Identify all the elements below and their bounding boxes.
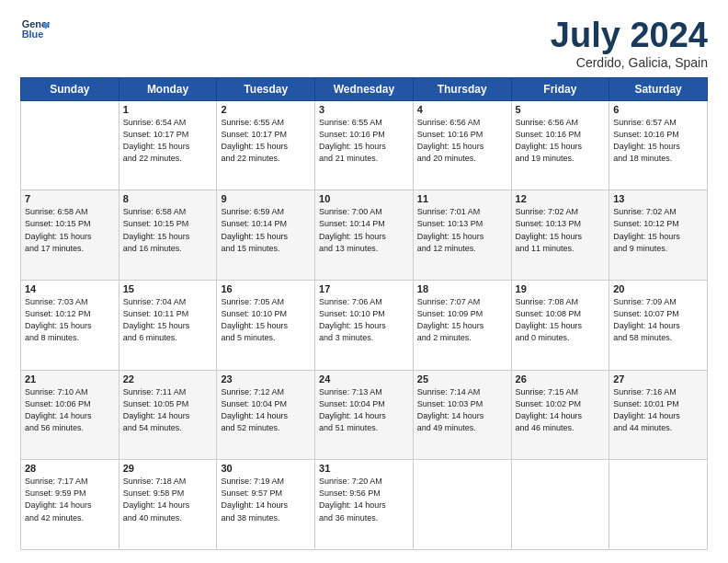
calendar-cell: 21Sunrise: 7:10 AM Sunset: 10:06 PM Dayl… xyxy=(21,370,119,460)
day-info: Sunrise: 7:02 AM Sunset: 10:12 PM Daylig… xyxy=(613,206,703,254)
day-number: 27 xyxy=(613,373,703,385)
calendar-cell: 3Sunrise: 6:55 AM Sunset: 10:16 PM Dayli… xyxy=(315,100,414,190)
calendar-cell: 24Sunrise: 7:13 AM Sunset: 10:04 PM Dayl… xyxy=(315,370,414,460)
day-info: Sunrise: 6:55 AM Sunset: 10:16 PM Daylig… xyxy=(319,117,409,165)
svg-text:Blue: Blue xyxy=(22,29,44,40)
day-number: 16 xyxy=(221,283,311,294)
day-header-tuesday: Tuesday xyxy=(217,77,315,100)
day-number: 6 xyxy=(613,104,703,115)
day-number: 17 xyxy=(319,283,409,294)
day-number: 10 xyxy=(319,193,409,204)
day-info: Sunrise: 7:09 AM Sunset: 10:07 PM Daylig… xyxy=(613,296,703,344)
calendar-cell: 30Sunrise: 7:19 AM Sunset: 9:57 PM Dayli… xyxy=(217,460,315,550)
day-info: Sunrise: 6:58 AM Sunset: 10:15 PM Daylig… xyxy=(123,206,213,254)
day-info: Sunrise: 7:03 AM Sunset: 10:12 PM Daylig… xyxy=(25,296,115,344)
calendar-cell: 18Sunrise: 7:07 AM Sunset: 10:09 PM Dayl… xyxy=(413,281,511,371)
day-info: Sunrise: 7:11 AM Sunset: 10:05 PM Daylig… xyxy=(123,386,213,434)
calendar-cell: 9Sunrise: 6:59 AM Sunset: 10:14 PM Dayli… xyxy=(217,190,315,281)
day-info: Sunrise: 6:58 AM Sunset: 10:15 PM Daylig… xyxy=(25,206,115,254)
day-number: 30 xyxy=(221,463,311,474)
calendar-cell: 29Sunrise: 7:18 AM Sunset: 9:58 PM Dayli… xyxy=(119,460,217,550)
day-number: 13 xyxy=(613,193,703,204)
day-number: 4 xyxy=(417,104,507,115)
calendar-cell: 14Sunrise: 7:03 AM Sunset: 10:12 PM Dayl… xyxy=(21,281,119,371)
calendar-cell: 13Sunrise: 7:02 AM Sunset: 10:12 PM Dayl… xyxy=(609,190,708,281)
day-number: 14 xyxy=(25,283,115,294)
day-number: 15 xyxy=(123,283,213,294)
day-info: Sunrise: 7:01 AM Sunset: 10:13 PM Daylig… xyxy=(417,206,507,254)
calendar-cell: 16Sunrise: 7:05 AM Sunset: 10:10 PM Dayl… xyxy=(217,281,315,371)
day-number: 3 xyxy=(319,104,409,115)
calendar-cell: 20Sunrise: 7:09 AM Sunset: 10:07 PM Dayl… xyxy=(609,281,708,371)
main-title: July 2024 xyxy=(551,17,708,55)
day-number: 19 xyxy=(516,283,606,294)
calendar-cell: 5Sunrise: 6:56 AM Sunset: 10:16 PM Dayli… xyxy=(511,100,609,190)
day-info: Sunrise: 6:59 AM Sunset: 10:14 PM Daylig… xyxy=(221,206,311,254)
day-header-sunday: Sunday xyxy=(21,77,119,100)
calendar-cell xyxy=(511,460,609,550)
day-info: Sunrise: 6:54 AM Sunset: 10:17 PM Daylig… xyxy=(123,117,213,165)
day-number: 22 xyxy=(123,373,213,385)
day-info: Sunrise: 7:12 AM Sunset: 10:04 PM Daylig… xyxy=(221,386,311,434)
calendar-table: SundayMondayTuesdayWednesdayThursdayFrid… xyxy=(20,77,708,550)
calendar-cell: 7Sunrise: 6:58 AM Sunset: 10:15 PM Dayli… xyxy=(21,190,119,281)
calendar-cell: 19Sunrise: 7:08 AM Sunset: 10:08 PM Dayl… xyxy=(511,281,609,371)
day-info: Sunrise: 7:13 AM Sunset: 10:04 PM Daylig… xyxy=(319,386,409,434)
day-info: Sunrise: 7:20 AM Sunset: 9:56 PM Dayligh… xyxy=(319,476,409,523)
day-number: 24 xyxy=(319,373,409,385)
day-info: Sunrise: 6:55 AM Sunset: 10:17 PM Daylig… xyxy=(221,117,311,165)
calendar-week-2: 7Sunrise: 6:58 AM Sunset: 10:15 PM Dayli… xyxy=(21,190,708,281)
day-number: 8 xyxy=(123,193,213,204)
day-number: 21 xyxy=(25,373,115,385)
day-info: Sunrise: 7:15 AM Sunset: 10:02 PM Daylig… xyxy=(516,386,606,434)
day-info: Sunrise: 7:04 AM Sunset: 10:11 PM Daylig… xyxy=(123,296,213,344)
calendar-cell: 4Sunrise: 6:56 AM Sunset: 10:16 PM Dayli… xyxy=(413,100,511,190)
calendar-week-5: 28Sunrise: 7:17 AM Sunset: 9:59 PM Dayli… xyxy=(21,460,708,550)
calendar-week-3: 14Sunrise: 7:03 AM Sunset: 10:12 PM Dayl… xyxy=(21,281,708,371)
calendar-cell: 28Sunrise: 7:17 AM Sunset: 9:59 PM Dayli… xyxy=(21,460,119,550)
day-header-thursday: Thursday xyxy=(413,77,511,100)
day-number: 23 xyxy=(221,373,311,385)
calendar-cell xyxy=(609,460,708,550)
day-number: 25 xyxy=(417,373,507,385)
day-info: Sunrise: 7:17 AM Sunset: 9:59 PM Dayligh… xyxy=(25,476,115,523)
calendar-cell xyxy=(413,460,511,550)
day-info: Sunrise: 6:57 AM Sunset: 10:16 PM Daylig… xyxy=(613,117,703,165)
page: General Blue July 2024 Cerdido, Galicia,… xyxy=(0,0,728,563)
day-info: Sunrise: 7:14 AM Sunset: 10:03 PM Daylig… xyxy=(417,386,507,434)
calendar-cell: 23Sunrise: 7:12 AM Sunset: 10:04 PM Dayl… xyxy=(217,370,315,460)
day-number: 28 xyxy=(25,463,115,474)
day-info: Sunrise: 7:05 AM Sunset: 10:10 PM Daylig… xyxy=(221,296,311,344)
calendar-cell: 27Sunrise: 7:16 AM Sunset: 10:01 PM Dayl… xyxy=(609,370,708,460)
day-number: 18 xyxy=(417,283,507,294)
day-info: Sunrise: 7:16 AM Sunset: 10:01 PM Daylig… xyxy=(613,386,703,434)
calendar-header-row: SundayMondayTuesdayWednesdayThursdayFrid… xyxy=(21,77,708,100)
calendar-week-1: 1Sunrise: 6:54 AM Sunset: 10:17 PM Dayli… xyxy=(21,100,708,190)
day-header-wednesday: Wednesday xyxy=(315,77,414,100)
day-number: 9 xyxy=(221,193,311,204)
logo-icon: General Blue xyxy=(20,17,50,42)
day-info: Sunrise: 7:08 AM Sunset: 10:08 PM Daylig… xyxy=(516,296,606,344)
calendar-cell: 12Sunrise: 7:02 AM Sunset: 10:13 PM Dayl… xyxy=(511,190,609,281)
day-info: Sunrise: 7:00 AM Sunset: 10:14 PM Daylig… xyxy=(319,206,409,254)
logo: General Blue xyxy=(20,17,50,42)
calendar-week-4: 21Sunrise: 7:10 AM Sunset: 10:06 PM Dayl… xyxy=(21,370,708,460)
day-info: Sunrise: 7:18 AM Sunset: 9:58 PM Dayligh… xyxy=(123,476,213,523)
day-number: 7 xyxy=(25,193,115,204)
day-number: 1 xyxy=(123,104,213,115)
calendar-cell: 26Sunrise: 7:15 AM Sunset: 10:02 PM Dayl… xyxy=(511,370,609,460)
calendar-cell: 17Sunrise: 7:06 AM Sunset: 10:10 PM Dayl… xyxy=(315,281,414,371)
calendar-cell: 8Sunrise: 6:58 AM Sunset: 10:15 PM Dayli… xyxy=(119,190,217,281)
day-number: 20 xyxy=(613,283,703,294)
calendar-cell: 31Sunrise: 7:20 AM Sunset: 9:56 PM Dayli… xyxy=(315,460,414,550)
day-info: Sunrise: 6:56 AM Sunset: 10:16 PM Daylig… xyxy=(417,117,507,165)
calendar-cell: 11Sunrise: 7:01 AM Sunset: 10:13 PM Dayl… xyxy=(413,190,511,281)
day-header-saturday: Saturday xyxy=(609,77,708,100)
calendar-cell: 6Sunrise: 6:57 AM Sunset: 10:16 PM Dayli… xyxy=(609,100,708,190)
day-number: 2 xyxy=(221,104,311,115)
day-header-monday: Monday xyxy=(119,77,217,100)
day-number: 11 xyxy=(417,193,507,204)
calendar-cell xyxy=(21,100,119,190)
header: General Blue July 2024 Cerdido, Galicia,… xyxy=(20,17,708,70)
day-info: Sunrise: 7:19 AM Sunset: 9:57 PM Dayligh… xyxy=(221,476,311,523)
